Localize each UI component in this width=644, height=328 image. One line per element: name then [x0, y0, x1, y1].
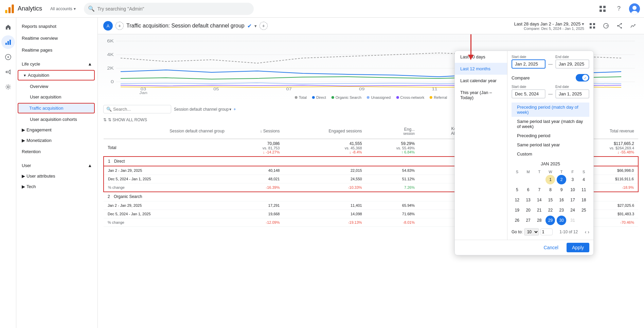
- svg-rect-2: [12, 4, 14, 13]
- apply-button[interactable]: Apply: [567, 243, 589, 252]
- date-chevron[interactable]: ▾: [582, 21, 584, 26]
- apps-icon-btn[interactable]: [596, 3, 609, 15]
- cal-day-7[interactable]: 7: [535, 185, 544, 195]
- cal-day-13[interactable]: 13: [523, 195, 533, 205]
- panel-footer: Cancel Apply: [455, 240, 593, 255]
- cal-day-17[interactable]: 17: [568, 195, 577, 205]
- grid-view-btn[interactable]: [587, 20, 598, 31]
- cal-day-18[interactable]: 18: [579, 195, 589, 205]
- compare-view-btn[interactable]: [601, 20, 611, 31]
- end-date-input[interactable]: Jan 29, 2025: [555, 59, 589, 69]
- nav-item-retention[interactable]: Retention: [16, 146, 97, 158]
- account-selector[interactable]: All accounts ▾: [48, 5, 78, 13]
- nav-item-acquisition[interactable]: ▾ Acquisition: [18, 70, 95, 80]
- add-compare-button[interactable]: +: [115, 22, 124, 30]
- nav-item-engagement[interactable]: ▶ Engagement: [16, 125, 97, 135]
- cal-day-6[interactable]: 6: [523, 185, 533, 195]
- svg-text:2K: 2K: [107, 66, 114, 71]
- cal-day-19[interactable]: 19: [512, 205, 522, 215]
- next-arrow[interactable]: ›: [588, 229, 589, 235]
- th-eng-rate[interactable]: Eng... session: [366, 124, 419, 139]
- cancel-button[interactable]: Cancel: [538, 243, 564, 252]
- nav-item-user-acquisition[interactable]: User acquisition: [16, 92, 95, 102]
- share-btn[interactable]: [614, 20, 625, 31]
- menu-item-last-90[interactable]: Last 90 days: [455, 51, 507, 63]
- cal-day-10[interactable]: 10: [568, 185, 577, 195]
- nav-item-user-acquisition-cohorts[interactable]: User acquisition cohorts: [16, 114, 95, 125]
- sidebar-icon-explore[interactable]: [1, 50, 15, 64]
- compare-toggle[interactable]: [576, 74, 589, 81]
- compare-option-same-period[interactable]: Same period last year: [512, 140, 589, 149]
- cal-day-28[interactable]: 28: [535, 216, 544, 225]
- menu-item-last-cal-year[interactable]: Last calendar year: [455, 75, 507, 87]
- cal-day-27[interactable]: 27: [523, 216, 533, 225]
- val: 70,086: [267, 141, 280, 146]
- cal-day-2[interactable]: 2: [557, 175, 566, 184]
- compare-end-input[interactable]: Jan 1, 2025: [555, 89, 589, 98]
- nav-item-user-attributes[interactable]: ▶ User attributes: [16, 171, 97, 181]
- cal-day-26[interactable]: 26: [512, 216, 522, 225]
- nav-item-overview[interactable]: Overview: [16, 81, 95, 92]
- compare-option-same-period-dow[interactable]: Same period last year (match day of week…: [512, 117, 589, 131]
- go-to-page-input[interactable]: [540, 229, 553, 235]
- explore-icon: [5, 54, 12, 60]
- prev-arrow[interactable]: ‹: [585, 229, 587, 235]
- cal-day-21[interactable]: 21: [535, 205, 544, 215]
- compare-start-input[interactable]: Dec 5, 2024: [512, 89, 545, 98]
- legend-label-direct: Direct: [316, 95, 326, 99]
- cal-day-9[interactable]: 9: [557, 185, 566, 195]
- cal-day-22[interactable]: 22: [545, 205, 555, 215]
- add-segment-button[interactable]: +: [260, 22, 268, 30]
- cal-day-30[interactable]: 30: [557, 216, 566, 225]
- compare-option-custom[interactable]: Custom: [512, 149, 589, 159]
- nav-section-lifecycle[interactable]: Life cycle ▲: [16, 59, 97, 69]
- nav-item-monetization[interactable]: ▶ Monetization: [16, 135, 97, 146]
- nav-section-user[interactable]: User ▲: [16, 160, 97, 171]
- th-channel[interactable]: Session default channel group: [104, 124, 229, 139]
- cal-day-14[interactable]: 14: [535, 195, 544, 205]
- nav-item-traffic-acquisition[interactable]: Traffic acquisition: [18, 103, 95, 113]
- search-input[interactable]: [97, 6, 250, 12]
- val-vs: vs. $264,269.4: [610, 146, 634, 150]
- go-to-rows-select[interactable]: 10: [524, 228, 539, 236]
- more-options-btn[interactable]: [628, 20, 639, 31]
- cal-day-25[interactable]: 25: [579, 205, 589, 215]
- compare-option-preceding[interactable]: Preceding period: [512, 131, 589, 140]
- sidebar-icon-advertising[interactable]: [1, 65, 15, 79]
- cal-day-5[interactable]: 5: [512, 185, 522, 195]
- sidebar-icon-reports[interactable]: [1, 35, 15, 49]
- user-avatar[interactable]: [629, 3, 640, 14]
- cal-day-20[interactable]: 20: [523, 205, 533, 215]
- cal-day-3[interactable]: 3: [568, 175, 577, 184]
- cal-day-11[interactable]: 11: [579, 185, 589, 195]
- cal-day-8[interactable]: 8: [545, 185, 555, 195]
- start-date-input[interactable]: Jan 2, 2025: [512, 59, 545, 69]
- th-sessions[interactable]: ↓ Sessions: [229, 124, 284, 139]
- th-engaged-sessions[interactable]: Engaged sessions: [284, 124, 366, 139]
- help-icon-btn[interactable]: ?: [613, 3, 625, 15]
- cal-day-29[interactable]: 29: [545, 216, 555, 225]
- sidebar-icon-settings[interactable]: [1, 80, 15, 94]
- nav-item-realtime-overview[interactable]: Realtime overview: [16, 32, 97, 44]
- sidebar-icon-home[interactable]: [1, 20, 15, 34]
- cal-day-1[interactable]: 1: [545, 175, 555, 184]
- expand-icon-tech: ▶: [22, 184, 25, 189]
- nav-item-tech[interactable]: ▶ Tech: [16, 181, 97, 192]
- session-channel-dropdown[interactable]: Session default channel group ▾ +: [174, 107, 236, 112]
- compare-option-preceding-dow[interactable]: Preceding period (match day of week): [512, 103, 589, 117]
- cal-day-23[interactable]: 23: [557, 205, 566, 215]
- menu-item-this-year[interactable]: This year (Jan – Today): [455, 87, 507, 104]
- cal-day-24[interactable]: 24: [568, 205, 577, 215]
- add-channel-btn[interactable]: +: [233, 107, 236, 112]
- table-search-input[interactable]: [113, 107, 170, 112]
- cal-day-12[interactable]: 12: [512, 195, 522, 205]
- cal-day-4[interactable]: 4: [579, 175, 589, 184]
- nav-item-reports-snapshot[interactable]: Reports snapshot: [16, 20, 97, 32]
- cal-day-15[interactable]: 15: [545, 195, 555, 205]
- cal-day-16[interactable]: 16: [557, 195, 566, 205]
- nav-item-realtime-pages[interactable]: Realtime pages: [16, 44, 97, 56]
- cal-day-31[interactable]: 31: [568, 216, 577, 225]
- nav-label-retention: Retention: [22, 149, 41, 154]
- menu-item-last-12[interactable]: Last 12 months: [455, 63, 507, 75]
- nav-label-user-acquisition-cohorts: User acquisition cohorts: [30, 117, 77, 122]
